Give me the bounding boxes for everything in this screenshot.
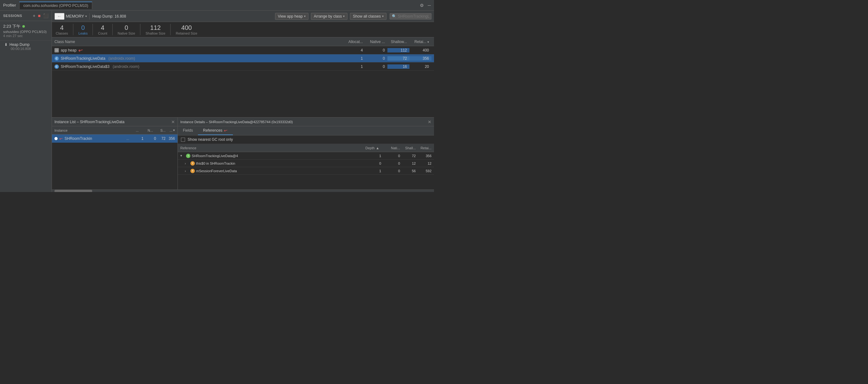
stop-button[interactable]: ■ <box>38 13 40 18</box>
session-duration: 4 min 27 sec <box>3 34 49 38</box>
instance-row[interactable]: ↙ SHRoomTrackin ... 1 0 72 356 <box>52 135 178 143</box>
th-shallow[interactable]: Shallow... <box>388 40 409 44</box>
search-icon: 🔍 <box>392 14 397 19</box>
table-header-row: Class Name Allocat... Native ... Shallow… <box>52 37 434 46</box>
heap-dump-label: ⬇ Heap Dump <box>4 42 49 47</box>
ref-table-header: Reference Depth ▲ Nati... Shall... Retai… <box>178 144 434 152</box>
snapshot-button[interactable]: ⬛ <box>43 13 49 18</box>
shallow-size-value: 112 <box>150 24 160 31</box>
sidebar-header: SESSIONS + ■ ⬛ <box>0 11 52 21</box>
leaks-value: 0 <box>81 24 85 31</box>
ref-row[interactable]: › f this$0 in SHRoomTrackin 0 0 12 12 <box>178 160 434 167</box>
shallow-size-label: Shallow Size <box>146 31 165 35</box>
instance-panel: Instance List – SHRoomTrackingLiveData ✕… <box>52 117 178 189</box>
memory-dropdown-icon: ▾ <box>85 14 87 18</box>
details-panel-close[interactable]: ✕ <box>428 119 432 125</box>
sort-asc-icon: ▲ <box>376 146 379 150</box>
annotation-arrow: ↙ <box>77 47 85 54</box>
native-size-stat: 0 Native Size <box>113 24 141 35</box>
show-gc-root-row: Show nearest GC root only <box>178 135 434 144</box>
details-tabs: Fields References ↙ <box>178 126 434 135</box>
class-icon: C <box>55 56 59 61</box>
heap-dump-time: 00:00:16.808 <box>11 47 49 50</box>
ref-row[interactable]: › f mSessionForeverLiveData 1 0 56 592 <box>178 167 434 175</box>
sidebar: SESSIONS + ■ ⬛ 2:23 下午 sohuvideo (OPPO P… <box>0 11 52 192</box>
session-time: 2:23 下午 <box>3 24 49 29</box>
chevron-down-icon: ▾ <box>343 14 345 18</box>
horizontal-scrollbar[interactable] <box>52 189 434 192</box>
native-size-value: 0 <box>125 24 128 31</box>
count-label: Count <box>98 31 107 35</box>
details-header: Instance Details – SHRoomTrackingLiveDat… <box>178 117 434 126</box>
show-all-classes-dropdown[interactable]: Show all classes ▾ <box>350 13 386 20</box>
expand-icon[interactable]: › <box>185 169 189 173</box>
minimize-icon[interactable]: ─ <box>428 3 431 8</box>
native-size-label: Native Size <box>118 31 135 35</box>
heap-dump-item[interactable]: ⬇ Heap Dump 00:00:16.808 <box>0 40 52 53</box>
chevron-down-icon: ▾ <box>304 14 306 18</box>
heap-dump-info: Heap Dump: 16.808 <box>92 14 126 19</box>
memory-label: MEMORY <box>66 14 84 19</box>
search-box[interactable]: 🔍 <box>390 13 432 20</box>
annotation-arrow: ↙ <box>59 135 64 142</box>
count-stat: 4 Count <box>93 24 112 35</box>
expand-icon[interactable]: ▾ <box>180 154 185 158</box>
th-allocat[interactable]: Allocat... <box>340 40 365 44</box>
active-indicator <box>22 25 25 28</box>
retained-size-value: 400 <box>181 24 192 31</box>
instance-panel-header: Instance List – SHRoomTrackingLiveData ✕ <box>52 117 178 126</box>
table-row[interactable]: 🗂 app heap ↙ 4 0 112 400 <box>52 46 434 55</box>
class-icon: C <box>55 64 59 69</box>
scrollbar-thumb[interactable] <box>55 190 92 192</box>
annotation-arrow: ↙ <box>223 127 229 134</box>
active-tab[interactable]: com.sohu.sohuvideo (OPPO PCLM10) <box>19 2 92 9</box>
th-retained[interactable]: Retai... ▾ <box>409 40 432 44</box>
back-button[interactable]: ← <box>55 13 64 20</box>
gc-root-label: Show nearest GC root only <box>188 137 233 142</box>
arrange-by-class-dropdown[interactable]: Arrange by class ▾ <box>311 13 347 20</box>
heap-dump-icon: ⬇ <box>4 42 7 47</box>
instance-icon: I <box>186 154 190 158</box>
instance-dot <box>55 137 58 140</box>
th-native[interactable]: Native ... <box>365 40 388 44</box>
search-input[interactable] <box>398 14 429 19</box>
shallow-size-stat: 112 Shallow Size <box>141 24 170 35</box>
tab-references[interactable]: References ↙ <box>198 126 233 135</box>
class-table: Class Name Allocat... Native ... Shallow… <box>52 37 434 117</box>
field-icon: f <box>190 161 195 166</box>
session-name: sohuvideo (OPPO PCLM10) <box>3 30 49 34</box>
folder-icon: 🗂 <box>55 48 59 53</box>
details-panel: Instance Details – SHRoomTrackingLiveDat… <box>178 117 434 189</box>
settings-icon[interactable]: ⚙ <box>420 3 424 8</box>
tab-fields[interactable]: Fields <box>178 126 198 135</box>
instance-panel-title: Instance List – SHRoomTrackingLiveData <box>55 120 124 124</box>
retained-size-stat: 400 Retained Size <box>170 24 203 35</box>
instance-table-header: Instance ... N... S... ... ▾ <box>52 126 178 135</box>
classes-value: 4 <box>60 24 64 31</box>
expand-icon[interactable]: › <box>185 162 189 165</box>
leaks-stat: 0 Leaks <box>73 24 93 35</box>
table-row[interactable]: C SHRoomTrackingLiveData (androidx.room)… <box>52 55 434 63</box>
session-item: 2:23 下午 sohuvideo (OPPO PCLM10) 4 min 27… <box>0 21 52 40</box>
gc-root-checkbox[interactable] <box>181 138 185 142</box>
stats-bar: 4 Classes 0 Leaks 4 Count 0 Native Size … <box>52 22 434 37</box>
th-class-name: Class Name <box>55 40 340 44</box>
leaks-label: Leaks <box>79 31 88 35</box>
field-icon: f <box>190 169 195 173</box>
sessions-label: SESSIONS <box>3 14 30 18</box>
app-title: Profiler <box>3 3 16 7</box>
table-row[interactable]: C SHRoomTrackingLiveData$3 (androidx.roo… <box>52 63 434 71</box>
count-value: 4 <box>101 24 104 31</box>
bottom-split: Instance List – SHRoomTrackingLiveData ✕… <box>52 117 434 189</box>
chevron-down-icon: ▾ <box>382 14 384 18</box>
content-area: ← MEMORY ▾ Heap Dump: 16.808 View app he… <box>52 11 434 192</box>
ref-row[interactable]: ▾ I SHRoomTrackingLiveData@4 1 0 72 356 <box>178 152 434 160</box>
add-session-button[interactable]: + <box>33 13 35 18</box>
sort-icon: ▾ <box>173 128 175 132</box>
details-title: Instance Details – SHRoomTrackingLiveDat… <box>180 120 293 124</box>
view-app-heap-dropdown[interactable]: View app heap ▾ <box>275 13 308 20</box>
title-bar: Profiler com.sohu.sohuvideo (OPPO PCLM10… <box>0 0 434 11</box>
toolbar: ← MEMORY ▾ Heap Dump: 16.808 View app he… <box>52 11 434 22</box>
instance-panel-close[interactable]: ✕ <box>171 119 175 125</box>
main-layout: SESSIONS + ■ ⬛ 2:23 下午 sohuvideo (OPPO P… <box>0 11 434 192</box>
